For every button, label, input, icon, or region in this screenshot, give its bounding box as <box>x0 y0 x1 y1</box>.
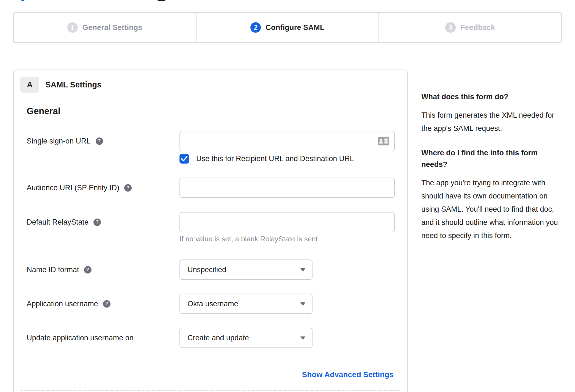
step-general-settings[interactable]: 1 General Settings <box>14 13 196 42</box>
panel-title: SAML Settings <box>45 77 101 93</box>
step-3-number-badge: 3 <box>445 22 456 33</box>
app-username-label: Application username <box>27 300 98 308</box>
cutoff-dark-logo-fragment <box>157 0 166 1</box>
help-body-where: The app you're trying to integrate with … <box>421 176 560 242</box>
recipient-url-checkbox-row: Use this for Recipient URL and Destinati… <box>179 154 354 164</box>
recipient-url-checkbox-label: Use this for Recipient URL and Destinati… <box>196 154 354 163</box>
help-icon[interactable]: ? <box>103 300 110 308</box>
help-section-where: Where do I find the info this form needs… <box>421 147 560 242</box>
help-icon[interactable]: ? <box>84 266 92 274</box>
contact-card-icon[interactable] <box>378 137 389 145</box>
section-a-badge: A <box>20 77 39 93</box>
help-heading-where: Where do I find the info this form needs… <box>421 147 560 170</box>
sso-url-label: Single sign-on URL <box>27 137 91 145</box>
step-feedback[interactable]: 3 Feedback <box>378 13 561 42</box>
wizard-stepper: 1 General Settings 2 Configure SAML 3 Fe… <box>13 12 562 43</box>
checkmark-icon <box>181 156 187 161</box>
cutoff-blue-fragment <box>21 0 24 1</box>
show-advanced-settings-link[interactable]: Show Advanced Settings <box>302 370 394 379</box>
step-1-label: General Settings <box>82 23 142 32</box>
step-1-number-badge: 1 <box>67 22 78 33</box>
step-configure-saml[interactable]: 2 Configure SAML <box>196 13 379 42</box>
help-icon[interactable]: ? <box>96 137 103 145</box>
sso-url-input[interactable] <box>179 131 395 151</box>
help-section-what: What does this form do? This form genera… <box>421 91 560 135</box>
general-section-heading: General <box>27 106 60 116</box>
audience-uri-label-row: Audience URI (SP Entity ID) ? <box>27 178 132 198</box>
help-icon[interactable]: ? <box>124 184 132 192</box>
relaystate-hint: If no value is set, a blank RelayState i… <box>179 235 318 243</box>
step-3-label: Feedback <box>460 23 495 32</box>
chevron-down-icon <box>300 336 305 340</box>
app-username-label-row: Application username ? <box>27 294 110 314</box>
chevron-down-icon <box>300 268 305 272</box>
sso-url-input-wrap <box>179 131 395 151</box>
nameid-format-label: Name ID format <box>27 266 79 274</box>
update-username-label: Update application username on <box>27 334 134 342</box>
sso-url-label-row: Single sign-on URL ? <box>27 131 103 151</box>
nameid-format-value: Unspecified <box>187 266 226 274</box>
audience-uri-input[interactable] <box>179 178 395 198</box>
saml-settings-panel: A SAML Settings General Single sign-on U… <box>13 70 408 392</box>
nameid-format-label-row: Name ID format ? <box>27 260 92 280</box>
nameid-format-select[interactable]: Unspecified <box>179 260 313 280</box>
help-icon[interactable]: ? <box>93 219 101 226</box>
update-username-value: Create and update <box>187 334 249 342</box>
section-dashed-divider <box>21 390 400 391</box>
relaystate-input[interactable] <box>179 212 395 232</box>
help-heading-what: What does this form do? <box>421 91 560 103</box>
audience-uri-label: Audience URI (SP Entity ID) <box>27 184 119 192</box>
step-2-number-badge: 2 <box>250 22 261 33</box>
recipient-url-checkbox[interactable] <box>179 154 189 164</box>
update-username-label-row: Update application username on <box>27 328 134 348</box>
relaystate-label-row: Default RelayState ? <box>27 212 101 232</box>
step-2-label: Configure SAML <box>266 23 324 32</box>
help-body-what: This form generates the XML needed for t… <box>421 109 560 135</box>
app-username-select[interactable]: Okta username <box>179 294 313 314</box>
update-username-select[interactable]: Create and update <box>179 328 313 348</box>
app-username-value: Okta username <box>187 300 238 308</box>
help-sidebar: What does this form do? This form genera… <box>421 91 560 242</box>
relaystate-label: Default RelayState <box>27 218 89 227</box>
chevron-down-icon <box>300 302 305 306</box>
